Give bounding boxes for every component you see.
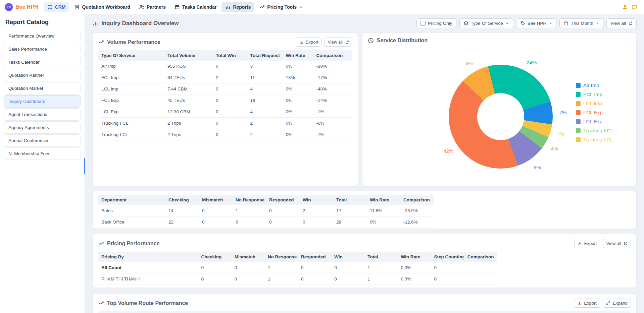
company-dropdown[interactable]: Bee HPH [516, 18, 556, 28]
sidebar-item-performance-overview[interactable]: Performance Overview [4, 30, 81, 42]
legend-item-fcl-exp[interactable]: FCL Exp [576, 110, 613, 115]
column-header: Total Volume [164, 50, 212, 61]
table-cell: 0 [212, 129, 247, 140]
table-cell: 45 TEUs [164, 95, 212, 106]
legend-item-air-imp[interactable]: Air Imp [576, 82, 613, 88]
table-header-row: Type Of ServiceTotal VolumeTotal WinTota… [98, 50, 352, 61]
sidebar-item-quotation-market[interactable]: Quotation Market [4, 82, 81, 95]
table-cell: 1 [364, 273, 397, 285]
card-actions: Export View all [296, 38, 352, 47]
nav-item-crm[interactable]: CRM [44, 2, 69, 12]
table-row[interactable]: PHẠM THỊ THANH0010010.0%0 [98, 273, 497, 285]
chevron-down-icon [549, 21, 552, 25]
table-row[interactable]: Trucking LCL2 Trips020%-7% [98, 129, 352, 140]
view-all-button[interactable]: View all [324, 38, 352, 47]
pricing-only-toggle[interactable]: Pricing Only [416, 18, 456, 28]
donut-percent-label: 9% [465, 60, 473, 66]
legend-item-trucking-lcl[interactable]: Trucking LCL [576, 137, 613, 142]
sidebar-item-agent-transactions[interactable]: Agent Transactions [4, 108, 81, 121]
sidebar-item-sales-performance[interactable]: Sales Performance [4, 43, 81, 55]
nav-item-tasks-calendar[interactable]: Tasks Calendar [171, 2, 220, 12]
type-of-service-dropdown[interactable]: Type Of Service [459, 18, 513, 28]
table-row[interactable]: FCL Imp64 TEUs21118%-17% [98, 72, 352, 83]
chevron-down-icon [505, 21, 509, 25]
legend-swatch [576, 101, 581, 106]
legend-item-trucking-fcl[interactable]: Trucking FCL [576, 128, 613, 133]
export-button[interactable]: Export [574, 299, 600, 308]
checkbox-icon[interactable] [420, 21, 426, 26]
table-cell: 0 [299, 216, 333, 228]
sidebar-item-n-membership-fees[interactable]: N. Membership Fees [4, 147, 81, 160]
column-header: Responded [266, 195, 299, 205]
trending-up-icon [98, 241, 104, 247]
legend-item-lcl-imp[interactable]: LCL Imp [576, 101, 613, 106]
service-distribution-donut[interactable] [449, 65, 553, 169]
legend-item-lcl-exp[interactable]: LCL Exp [576, 119, 613, 124]
nav-item-reports[interactable]: Reports [221, 2, 254, 12]
export-label: Export [584, 301, 597, 306]
sidebar-item-inquiry-dashboard[interactable]: Inquiry Dashboard [4, 95, 81, 108]
column-header: Total Request [247, 50, 282, 61]
table-cell: -7% [313, 129, 352, 140]
nav-item-pricing-tools[interactable]: Pricing Tools [256, 2, 307, 12]
table-cell: -6% [313, 118, 352, 129]
main-content: Inquiry Dashboard Overview Pricing Only … [85, 14, 644, 313]
table-cell: 0 [231, 273, 264, 285]
globe-icon [47, 4, 53, 10]
department-performance-table: DepartmentCheckingMismatchNo ResponseRes… [98, 195, 434, 228]
view-all-button[interactable]: View all [603, 239, 631, 248]
column-header: To Location [223, 311, 351, 313]
table-row[interactable]: All Count0010010.0%0 [98, 262, 497, 273]
sidebar-list: Performance OverviewSales PerformanceTas… [4, 30, 81, 160]
column-header: Checking [198, 252, 231, 262]
period-dropdown[interactable]: This Month [559, 18, 603, 28]
top-cards-row: Volume Performance Export View all Type [92, 33, 637, 186]
user-icon[interactable] [622, 4, 628, 10]
table-cell: 17 [333, 205, 366, 216]
report-catalog-sidebar: Report Catalog Performance OverviewSales… [0, 14, 85, 313]
card-title-text: Pricing Performance [107, 241, 160, 247]
table-cell: 18% [283, 72, 313, 83]
sidebar-item-annual-conferences[interactable]: Annual Conferences [4, 134, 81, 147]
view-all-button[interactable]: View all [606, 18, 637, 28]
column-header: Total Volume [351, 311, 409, 313]
table-cell: 0 [198, 273, 231, 285]
export-button[interactable]: Export [296, 38, 322, 47]
legend-item-fcl-imp[interactable]: FCL Imp [576, 91, 613, 97]
donut-percent-label: 42% [443, 148, 453, 153]
table-cell: 0 [331, 262, 364, 273]
table-row[interactable]: LCL Imp7.44 CBM040%-48% [98, 83, 352, 95]
brand[interactable]: LN Bee HPH [5, 3, 38, 11]
table-cell: 2 [299, 205, 333, 216]
bar-chart-icon [92, 20, 98, 26]
sidebar-title: Report Catalog [4, 17, 81, 30]
period-label: This Month [571, 21, 593, 26]
column-header: From Location [98, 311, 223, 313]
sidebar-item-quotation-partner[interactable]: Quotation Partner [4, 69, 81, 81]
table-row[interactable]: Back Office220600280%-12.6% [98, 216, 434, 228]
table-cell: 0 [298, 262, 331, 273]
table-row[interactable]: Trucking FCL2 Trips020%-6% [98, 118, 352, 129]
table-cell: 0% [283, 95, 313, 106]
table-row[interactable]: Sales1401021711.8%-23.9% [98, 205, 434, 216]
chevron-down-icon [299, 5, 303, 9]
table-cell: 0 [431, 273, 464, 285]
export-button[interactable]: Export [574, 239, 600, 248]
sidebar-item-agency-agreements[interactable]: Agency Agreements [4, 121, 81, 134]
table-row[interactable]: FCL Exp45 TEUs0190%-14% [98, 95, 352, 106]
nav-item-quotation-workboard[interactable]: Quotation Workboard [70, 2, 134, 12]
sidebar-item-tasks-calendar[interactable]: Tasks Calendar [4, 56, 81, 68]
nav-item-label: Reports [233, 4, 251, 10]
table-cell: 0 [266, 216, 299, 228]
nav-item-partners[interactable]: Partners [135, 2, 169, 12]
view-all-label: View all [610, 21, 626, 26]
sidebar-scrollbar[interactable] [84, 158, 85, 174]
expand-button[interactable]: Expand [603, 299, 631, 308]
table-row[interactable]: Air Imp955 KGS030%-30% [98, 61, 352, 72]
legend-swatch [576, 110, 581, 115]
pricing-performance-title: Pricing Performance [98, 241, 160, 247]
donut-hole [477, 93, 524, 140]
table-cell: 12.30 CBM [164, 106, 212, 118]
table-row[interactable]: LCL Exp12.30 CBM040%-1% [98, 106, 352, 118]
chat-icon[interactable] [631, 4, 637, 10]
